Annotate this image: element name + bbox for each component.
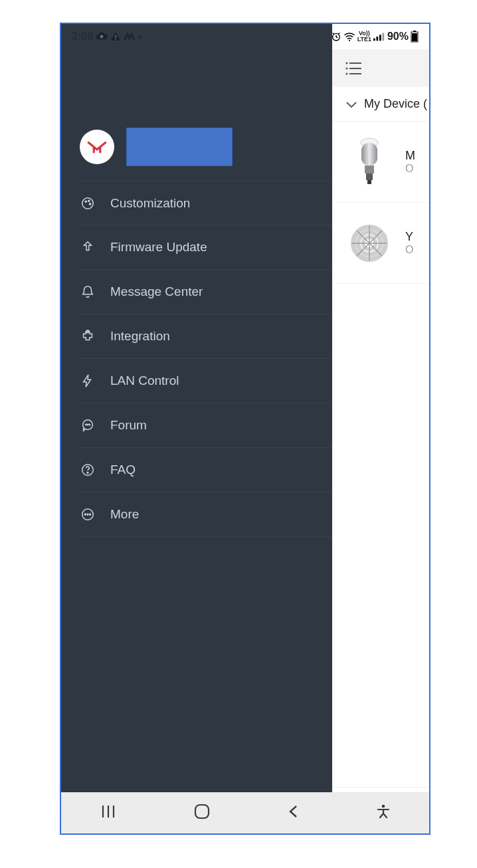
svg-point-28: [346, 67, 348, 69]
svg-rect-34: [365, 165, 374, 173]
svg-point-21: [87, 472, 88, 473]
device-row-bulb[interactable]: M O: [332, 122, 430, 203]
svg-point-11: [82, 197, 94, 209]
menu-label: FAQ: [110, 463, 136, 477]
svg-rect-7: [382, 33, 384, 41]
menu-label: Customization: [110, 196, 190, 211]
svg-point-24: [87, 514, 88, 515]
wifi-icon: [343, 32, 355, 41]
drawer-header: [61, 49, 332, 181]
upload-icon: [80, 240, 96, 255]
svg-point-23: [84, 514, 86, 515]
main-topbar: [332, 49, 430, 87]
m-icon: [124, 32, 136, 41]
cloud-icon: [96, 31, 108, 43]
svg-point-12: [85, 201, 86, 202]
svg-rect-6: [379, 35, 381, 41]
menu-faq[interactable]: FAQ: [80, 448, 332, 492]
svg-rect-10: [412, 33, 417, 41]
chevron-down-icon: [345, 100, 357, 109]
menu-label: Firmware Update: [110, 240, 207, 255]
menu-label: Message Center: [110, 284, 203, 299]
svg-rect-4: [373, 39, 375, 41]
svg-point-13: [88, 200, 90, 201]
volte-net: LTE1: [357, 37, 371, 43]
device-title: Y: [405, 230, 413, 244]
accessibility-button[interactable]: [375, 804, 391, 822]
bulb-thumb: [351, 138, 388, 187]
bell-icon: [80, 284, 96, 299]
svg-point-19: [89, 424, 90, 425]
menu-message-center[interactable]: Message Center: [80, 270, 332, 314]
bolt-icon: [80, 374, 96, 388]
svg-rect-35: [366, 173, 373, 180]
warning-icon: [110, 31, 121, 42]
palette-icon: [80, 196, 96, 211]
app-frame: 3:09 • Vo)) LTE1 90%: [60, 23, 430, 835]
puzzle-icon: [80, 329, 96, 344]
back-button[interactable]: [287, 804, 300, 822]
menu-label: Integration: [110, 329, 170, 344]
menu-label: More: [110, 507, 139, 522]
menu-label: LAN Control: [110, 374, 179, 388]
menu-customization[interactable]: Customization: [80, 181, 332, 225]
battery-icon: [411, 31, 419, 43]
svg-point-30: [346, 72, 348, 74]
menu-forum[interactable]: Forum: [80, 403, 332, 448]
device-title: M: [405, 149, 415, 163]
device-sub: O: [405, 244, 413, 256]
svg-rect-36: [367, 180, 371, 184]
svg-rect-49: [195, 805, 209, 818]
signal-icon: [373, 32, 385, 41]
svg-point-50: [382, 805, 385, 808]
menu-firmware-update[interactable]: Firmware Update: [80, 225, 332, 270]
main-panel: My Device ( M O: [332, 24, 430, 794]
app-logo: [80, 130, 114, 164]
svg-point-14: [90, 203, 91, 204]
svg-rect-33: [361, 143, 377, 165]
menu-label: Forum: [110, 418, 147, 433]
status-bar: 3:09 • Vo)) LTE1 90%: [61, 24, 429, 49]
alarm-icon: [331, 31, 341, 42]
recent-apps-button[interactable]: [99, 804, 118, 822]
svg-rect-0: [115, 35, 116, 38]
device-group-header[interactable]: My Device (: [332, 87, 430, 122]
status-left: 3:09 •: [72, 31, 142, 43]
svg-rect-5: [376, 37, 378, 41]
android-navbar: [61, 792, 429, 833]
device-group-title: My Device (: [364, 97, 427, 111]
dot-icon: •: [138, 31, 142, 43]
menu-lan-control[interactable]: LAN Control: [80, 359, 332, 403]
svg-rect-1: [115, 39, 116, 39]
svg-point-18: [87, 424, 88, 425]
help-icon: [80, 463, 96, 477]
chat-icon: [80, 418, 96, 433]
svg-point-26: [346, 62, 348, 64]
menu-more[interactable]: More: [80, 492, 332, 537]
hamburger-icon[interactable]: [345, 61, 363, 76]
strip-thumb: [351, 223, 388, 263]
more-icon: [80, 507, 96, 522]
battery-text: 90%: [387, 31, 409, 43]
device-row-strip[interactable]: Y O: [332, 203, 430, 284]
svg-point-17: [86, 424, 86, 425]
status-right: Vo)) LTE1 90%: [331, 31, 419, 43]
account-box[interactable]: [126, 128, 233, 166]
menu-list: Customization Firmware Update Message Ce…: [61, 181, 332, 537]
menu-integration[interactable]: Integration: [80, 314, 332, 359]
svg-point-25: [90, 514, 91, 515]
home-button[interactable]: [193, 802, 211, 823]
status-time: 3:09: [72, 31, 93, 43]
device-sub: O: [405, 163, 415, 175]
navigation-drawer: Customization Firmware Update Message Ce…: [61, 24, 332, 794]
svg-point-3: [349, 40, 350, 41]
